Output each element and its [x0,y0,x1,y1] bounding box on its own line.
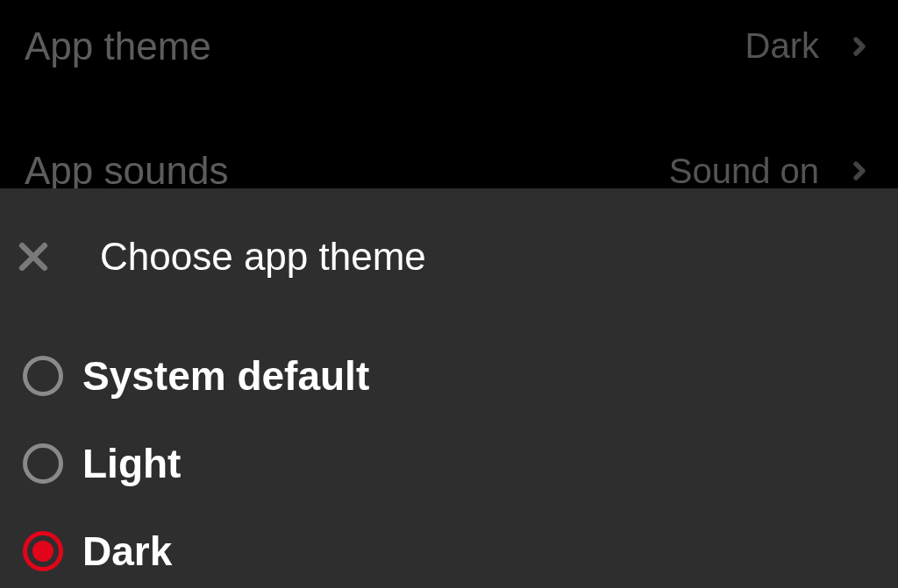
theme-options-list: System default Light Dark [0,301,898,588]
radio-icon [23,443,63,484]
setting-value-theme: Dark [745,26,819,66]
theme-option-light[interactable]: Light [23,420,875,507]
setting-label-sounds: App sounds [25,149,228,193]
setting-value-wrap-sounds: Sound on [669,152,873,191]
setting-value-wrap-theme: Dark [745,26,873,66]
radio-icon [23,356,63,396]
theme-modal: Choose app theme System default Light Da… [0,188,898,588]
radio-selected-icon [23,531,63,571]
theme-option-label: System default [82,352,369,400]
modal-header: Choose app theme [0,188,898,301]
theme-option-label: Dark [82,528,172,575]
setting-label-theme: App theme [25,25,211,68]
chevron-right-icon [845,27,873,66]
chevron-right-icon [845,152,873,190]
theme-option-system-default[interactable]: System default [23,332,875,420]
setting-value-sounds: Sound on [669,152,819,191]
modal-title: Choose app theme [100,235,426,279]
theme-option-dark[interactable]: Dark [23,507,875,588]
theme-option-label: Light [82,440,181,487]
settings-list: App theme Dark App sounds Sound on [0,0,898,210]
close-icon[interactable] [7,230,60,283]
setting-row-theme[interactable]: App theme Dark [0,0,898,92]
radio-inner-dot [32,541,53,562]
